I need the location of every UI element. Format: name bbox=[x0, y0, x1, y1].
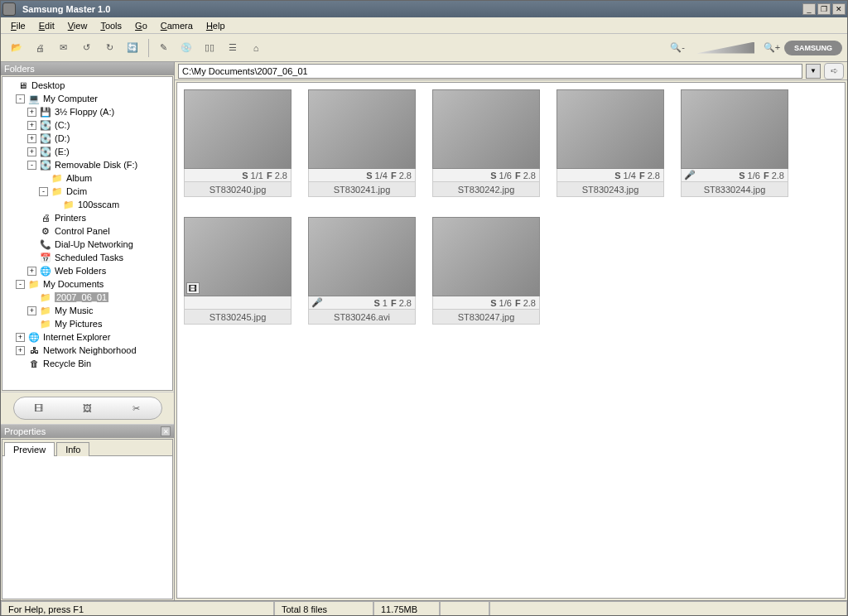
expand-icon[interactable]: + bbox=[27, 121, 36, 130]
node-label: 2007_06_01 bbox=[55, 292, 108, 302]
tree-node[interactable]: 📅Scheduled Tasks bbox=[4, 251, 171, 264]
node-icon: 📁 bbox=[27, 278, 41, 290]
list-view-icon[interactable]: ☰ bbox=[222, 37, 243, 59]
close-button[interactable]: ✕ bbox=[832, 3, 846, 15]
thumbnail-filename: ST830245.jpg bbox=[184, 310, 292, 325]
tab-info[interactable]: Info bbox=[56, 442, 89, 456]
zoom-slider[interactable] bbox=[696, 42, 754, 54]
path-input[interactable] bbox=[178, 64, 802, 79]
thumbnail-meta: S 1/1F 2.8 bbox=[184, 169, 292, 182]
thumbnail-meta: 🎤S 1F 2.8 bbox=[308, 296, 416, 310]
thumbnail-image bbox=[432, 217, 540, 296]
expand-icon[interactable]: + bbox=[27, 267, 36, 276]
cut-mode-icon[interactable]: ✂ bbox=[124, 400, 149, 416]
mic-icon: 🎤 bbox=[685, 171, 695, 180]
tree-node[interactable]: 📁2007_06_01 bbox=[4, 291, 171, 304]
path-go-icon[interactable]: ➪ bbox=[824, 63, 844, 79]
properties-label: Properties bbox=[4, 426, 46, 436]
node-label: My Computer bbox=[43, 94, 98, 103]
expand-icon[interactable]: - bbox=[27, 161, 36, 170]
tree-node[interactable]: 📁My Pictures bbox=[4, 317, 171, 330]
tree-node[interactable]: +🌐Web Folders bbox=[4, 264, 171, 277]
menu-edit[interactable]: Edit bbox=[32, 19, 61, 32]
tree-node[interactable]: 🖥Desktop bbox=[4, 79, 171, 92]
expand-icon[interactable]: + bbox=[27, 147, 36, 156]
tree-node[interactable]: -💻My Computer bbox=[4, 92, 171, 105]
menu-view[interactable]: View bbox=[61, 19, 94, 32]
thumbnail-meta: 🎤S 1/6F 2.8 bbox=[681, 169, 788, 182]
node-icon: 📞 bbox=[39, 238, 52, 250]
menu-camera[interactable]: Camera bbox=[154, 19, 200, 32]
rotate-right-icon[interactable]: ↻ bbox=[99, 37, 120, 59]
disc-icon[interactable]: 💿 bbox=[176, 37, 197, 59]
tree-node[interactable]: -💽Removable Disk (F:) bbox=[4, 158, 171, 171]
tree-node[interactable]: +🌐Internet Explorer bbox=[4, 330, 171, 344]
tree-node[interactable]: 🖨Printers bbox=[4, 211, 171, 224]
node-icon: 💽 bbox=[39, 132, 52, 144]
expand-icon[interactable]: + bbox=[27, 306, 36, 315]
aperture-value: F 2.8 bbox=[391, 298, 412, 308]
node-icon: 📁 bbox=[62, 199, 75, 210]
thumbnail[interactable]: S 1/4F 2.8ST830241.jpg bbox=[308, 89, 416, 197]
thumbnail[interactable]: S 1/6F 2.8ST830247.jpg bbox=[432, 217, 540, 325]
tree-node[interactable]: -📁Dcim bbox=[4, 185, 171, 198]
menu-help[interactable]: Help bbox=[200, 19, 232, 32]
thumbnail-image bbox=[556, 89, 664, 169]
maximize-button[interactable]: ❐ bbox=[817, 3, 831, 15]
thumbnail[interactable]: S 1/6F 2.8ST830242.jpg bbox=[432, 89, 540, 197]
expand-icon[interactable]: + bbox=[16, 346, 25, 355]
tree-node[interactable]: 📁Album bbox=[4, 171, 171, 185]
menu-tools[interactable]: Tools bbox=[94, 19, 128, 32]
minimize-button[interactable]: _ bbox=[802, 3, 816, 15]
node-icon: 🌐 bbox=[27, 331, 41, 343]
expand-icon[interactable]: + bbox=[27, 134, 36, 143]
tree-node[interactable]: ⚙Control Panel bbox=[4, 224, 171, 238]
path-dropdown-icon[interactable]: ▼ bbox=[806, 64, 821, 79]
open-folder-icon[interactable]: 📂 bbox=[6, 37, 27, 59]
zoom-out-icon[interactable]: 🔍- bbox=[667, 37, 688, 59]
tree-node[interactable]: +📁My Music bbox=[4, 304, 171, 317]
tree-node[interactable]: +🖧Network Neighborhood bbox=[4, 344, 171, 357]
expand-icon[interactable]: - bbox=[16, 94, 25, 103]
tree-node[interactable]: +💽(D:) bbox=[4, 132, 171, 145]
thumbnail-filename: ST830240.jpg bbox=[184, 182, 292, 197]
menu-file[interactable]: File bbox=[4, 19, 32, 32]
image-mode-icon[interactable]: 🖼 bbox=[75, 400, 99, 416]
tree-node[interactable]: 📁100sscam bbox=[4, 198, 171, 211]
node-icon: 💾 bbox=[39, 106, 52, 118]
thumbnail[interactable]: S 1/4F 2.8ST830243.jpg bbox=[556, 89, 664, 197]
aperture-value: F 2.8 bbox=[639, 171, 660, 180]
folders-header: Folders bbox=[1, 62, 174, 75]
film-mode-icon[interactable]: 🎞 bbox=[26, 400, 51, 416]
thumbnail[interactable]: 🎤S 1F 2.8ST830246.avi bbox=[308, 217, 416, 325]
compare-icon[interactable]: ▯▯ bbox=[199, 37, 220, 59]
tree-node[interactable]: 🗑Recycle Bin bbox=[4, 357, 171, 370]
tree-node[interactable]: +💽(E:) bbox=[4, 145, 171, 158]
expand-icon[interactable]: - bbox=[16, 280, 25, 289]
rotate-left-icon[interactable]: ↺ bbox=[75, 37, 97, 59]
zoom-in-icon[interactable]: 🔍+ bbox=[761, 37, 783, 59]
tree-node[interactable]: -📁My Documents bbox=[4, 277, 171, 291]
shutter-value: S 1/4 bbox=[366, 171, 388, 180]
refresh-icon[interactable]: 🔄 bbox=[122, 37, 143, 59]
node-label: Dcim bbox=[66, 186, 87, 196]
menu-go[interactable]: Go bbox=[128, 19, 154, 32]
edit-icon[interactable]: ✎ bbox=[152, 37, 174, 59]
thumbnail[interactable]: 🎞ST830245.jpg bbox=[184, 217, 292, 325]
mail-icon[interactable]: ✉ bbox=[52, 37, 74, 59]
aperture-value: F 2.8 bbox=[764, 171, 784, 180]
expand-icon[interactable]: + bbox=[16, 333, 25, 342]
tree-node[interactable]: +💽(C:) bbox=[4, 118, 171, 132]
tree-node[interactable]: 📞Dial-Up Networking bbox=[4, 238, 171, 251]
properties-close-icon[interactable]: ✕ bbox=[161, 426, 171, 436]
expand-icon[interactable]: + bbox=[27, 108, 36, 117]
node-icon: 💻 bbox=[27, 93, 41, 104]
expand-icon[interactable]: - bbox=[39, 187, 48, 196]
thumbnail[interactable]: S 1/1F 2.8ST830240.jpg bbox=[184, 89, 292, 197]
home-icon[interactable]: ⌂ bbox=[245, 37, 267, 59]
print-icon[interactable]: 🖨 bbox=[29, 37, 51, 59]
folder-tree[interactable]: 🖥Desktop-💻My Computer+💾3½ Floppy (A:)+💽(… bbox=[2, 76, 173, 391]
tree-node[interactable]: +💾3½ Floppy (A:) bbox=[4, 105, 171, 118]
thumbnail[interactable]: 🎤S 1/6F 2.8ST8330244.jpg bbox=[681, 89, 788, 197]
tab-preview[interactable]: Preview bbox=[4, 442, 55, 456]
